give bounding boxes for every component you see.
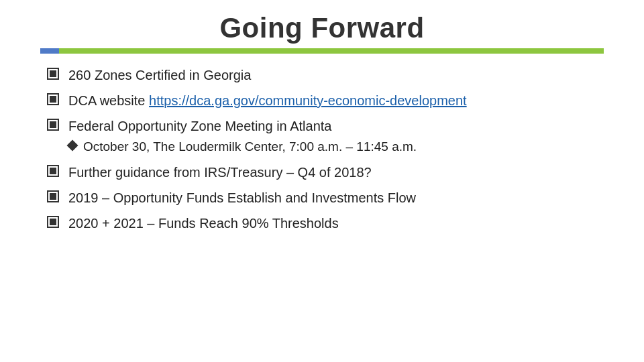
slide-title: Going Forward (40, 12, 604, 44)
bullet-item-1: 260 Zones Certified in Georgia (47, 66, 604, 84)
bullet-text-5: 2019 – Opportunity Funds Establish and I… (68, 188, 416, 207)
slide: Going Forward 260 Zones Certified in Geo… (0, 0, 644, 362)
accent-bar (40, 48, 604, 54)
bullet-text-3: Federal Opportunity Zone Meeting in Atla… (68, 117, 331, 135)
sub-bullet-text-3-1: October 30, The Loudermilk Center, 7:00 … (83, 138, 417, 156)
bullet-item-3: Federal Opportunity Zone Meeting in Atla… (47, 117, 604, 156)
accent-bar-right (59, 48, 604, 54)
checkbox-icon-5 (47, 190, 59, 202)
bullet-item-4: Further guidance from IRS/Treasury – Q4 … (47, 163, 604, 182)
checkbox-icon-4 (47, 165, 59, 177)
sub-bullet-3-1: October 30, The Loudermilk Center, 7:00 … (47, 138, 604, 156)
bullet-item-5: 2019 – Opportunity Funds Establish and I… (47, 188, 604, 207)
checkbox-icon-2 (47, 93, 59, 105)
bullet-text-1: 260 Zones Certified in Georgia (68, 66, 251, 84)
title-area: Going Forward (40, 0, 604, 44)
checkbox-icon-6 (47, 216, 59, 228)
checkbox-icon-3 (47, 119, 59, 131)
diamond-icon-1 (67, 140, 78, 152)
bullet-2-text-before-link: DCA website (68, 93, 149, 108)
accent-bar-left (40, 48, 59, 54)
dca-link[interactable]: https://dca.ga.gov/community-economic-de… (149, 93, 467, 108)
bullet-item-2: DCA website https://dca.ga.gov/community… (47, 91, 604, 110)
bullet-3-main: Federal Opportunity Zone Meeting in Atla… (47, 117, 604, 135)
bullet-item-6: 2020 + 2021 – Funds Reach 90% Thresholds (47, 214, 604, 233)
bullet-text-4: Further guidance from IRS/Treasury – Q4 … (68, 163, 372, 182)
content-area: 260 Zones Certified in Georgia DCA websi… (40, 66, 604, 239)
bullet-text-2: DCA website https://dca.ga.gov/community… (68, 91, 467, 110)
checkbox-icon-1 (47, 68, 59, 80)
bullet-text-6: 2020 + 2021 – Funds Reach 90% Thresholds (68, 214, 339, 233)
